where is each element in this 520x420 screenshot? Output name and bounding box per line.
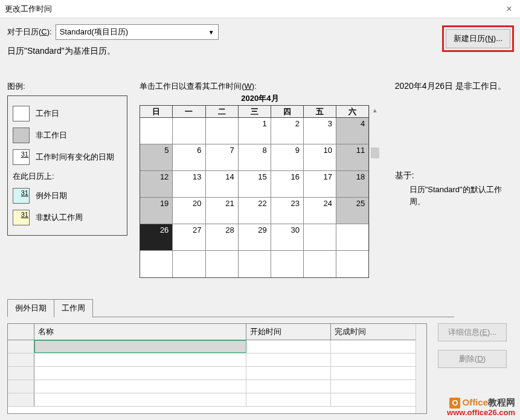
dropdown-value: Standard(项目日历) (60, 27, 128, 37)
day-30[interactable]: 30 (271, 224, 304, 251)
day-19[interactable]: 19 (140, 198, 173, 224)
day-4[interactable]: 4 (336, 118, 368, 144)
legend-item-nondefault: 31 非默认工作周 (13, 210, 122, 225)
legend-subtitle: 在此日历上: (13, 171, 122, 182)
table-row[interactable] (8, 367, 416, 380)
changed-swatch: 31 (13, 149, 30, 165)
table-row[interactable] (8, 354, 416, 367)
day-11[interactable]: 11 (336, 144, 368, 171)
calendar-weekday-header: 日一二三四五六 (140, 106, 368, 118)
table-row[interactable] (8, 380, 416, 393)
calendar-dropdown[interactable]: Standard(项目日历) ▼ (56, 24, 219, 40)
legend-item-changed: 31 工作时间有变化的日期 (13, 149, 122, 165)
day-2[interactable]: 2 (271, 118, 304, 144)
calendar-scrollbar[interactable]: ▲ (369, 105, 380, 251)
day-24[interactable]: 24 (304, 198, 336, 224)
day-8[interactable]: 8 (239, 144, 271, 171)
day-5[interactable]: 5 (140, 144, 173, 171)
day-10[interactable]: 10 (304, 144, 336, 171)
day-22[interactable]: 22 (239, 198, 271, 224)
legend-item-exception: 31 例外日期 (13, 188, 122, 204)
scroll-thumb[interactable] (371, 147, 379, 158)
day-25[interactable]: 25 (336, 198, 368, 224)
calendar-selector-row: 对于日历(C): Standard(项目日历) ▼ (7, 24, 513, 40)
day-9[interactable]: 9 (271, 144, 304, 171)
tab-exceptions[interactable]: 例外日期 (7, 299, 54, 317)
day-20[interactable]: 20 (173, 198, 205, 224)
calendar-panel: 单击工作日以查看其工作时间(W): 2020年4月 日一二三四五六 1234 5… (140, 81, 380, 278)
scroll-up-icon[interactable]: ▲ (370, 105, 380, 116)
selected-date-info: 2020年4月26日 是非工作日。 基于: 日历"Standard"的默认工作周… (393, 81, 513, 278)
legend-box: 工作日 非工作日 31 工作时间有变化的日期 在此日历上: 31 例外日期 31 (7, 95, 127, 236)
table-scrollbar[interactable] (416, 324, 426, 413)
table-header: 名称 开始时间 完成时间 (8, 324, 416, 340)
dialog-content: 对于日历(C): Standard(项目日历) ▼ 新建日历(N)... 日历"… (0, 18, 520, 420)
table-row[interactable] (8, 340, 416, 354)
for-calendar-label: 对于日历(C): (7, 27, 52, 37)
nondefault-swatch: 31 (13, 210, 30, 225)
nonworkday-swatch (13, 128, 30, 143)
day-7[interactable]: 7 (206, 144, 239, 171)
new-calendar-highlight: 新建日历(N)... (442, 25, 514, 52)
base-calendar-text: 日历"Standard"为基准日历。 (7, 46, 513, 57)
tab-workweeks[interactable]: 工作周 (54, 299, 93, 317)
calendar-month-title: 2020年4月 (140, 93, 380, 104)
day-16[interactable]: 16 (271, 171, 304, 198)
exceptions-table[interactable]: 名称 开始时间 完成时间 (7, 323, 427, 414)
day-23[interactable]: 23 (271, 198, 304, 224)
exception-swatch: 31 (13, 188, 30, 204)
day-27[interactable]: 27 (173, 224, 205, 251)
day-1[interactable]: 1 (239, 118, 271, 144)
window-title: 更改工作时间 (5, 4, 503, 15)
table-row[interactable] (8, 393, 416, 407)
chevron-down-icon: ▼ (208, 29, 214, 36)
watermark: OOffice教程网 www.office26.com (447, 397, 515, 418)
day-14[interactable]: 14 (206, 171, 239, 198)
col-name: 名称 (34, 324, 246, 340)
details-button[interactable]: 详细信息(E)... (438, 323, 507, 341)
day-28[interactable]: 28 (206, 224, 239, 251)
calendar-grid[interactable]: 日一二三四五六 1234 567891011 12131415161718 19… (140, 105, 369, 278)
day-6[interactable]: 6 (173, 144, 205, 171)
legend-title: 图例: (7, 81, 127, 92)
legend-item-nonworkday: 非工作日 (13, 128, 122, 143)
based-on-label: 基于: (395, 170, 513, 181)
legend-panel: 图例: 工作日 非工作日 31 工作时间有变化的日期 在此日历上: 31 例外日 (7, 81, 127, 278)
titlebar: 更改工作时间 × (0, 0, 520, 18)
legend-item-workday: 工作日 (13, 106, 122, 121)
exceptions-tabs: 例外日期 工作周 名称 开始时间 完成时间 (7, 299, 513, 414)
delete-button[interactable]: 删除(D) (438, 350, 507, 368)
close-icon[interactable]: × (503, 4, 515, 15)
col-end: 完成时间 (331, 324, 416, 340)
day-15[interactable]: 15 (239, 171, 271, 198)
col-start: 开始时间 (246, 324, 331, 340)
day-21[interactable]: 21 (206, 198, 239, 224)
day-26-selected[interactable]: 26 (140, 224, 173, 251)
workday-swatch (13, 106, 30, 121)
calendar-click-label: 单击工作日以查看其工作时间(W): (140, 81, 380, 92)
day-18[interactable]: 18 (336, 171, 368, 198)
selected-date-text: 2020年4月26日 是非工作日。 (395, 81, 513, 92)
day-12[interactable]: 12 (140, 171, 173, 198)
office-logo-icon: O (449, 398, 460, 409)
day-17[interactable]: 17 (304, 171, 336, 198)
day-3[interactable]: 3 (304, 118, 336, 144)
day-29[interactable]: 29 (239, 224, 271, 251)
new-calendar-button[interactable]: 新建日历(N)... (446, 29, 510, 48)
based-on-text: 日历"Standard"的默认工作周。 (409, 184, 513, 207)
day-13[interactable]: 13 (173, 171, 205, 198)
